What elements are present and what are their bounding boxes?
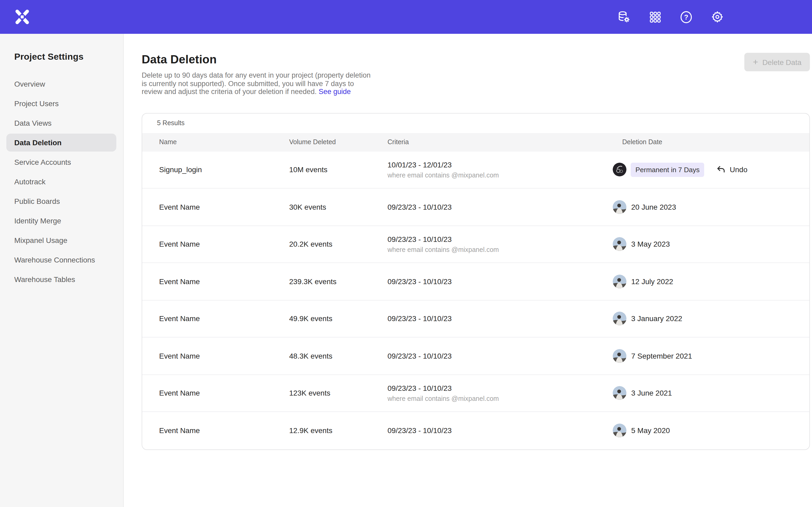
row-deletion-date: 7 September 2021 bbox=[631, 352, 692, 360]
settings-gear-icon[interactable] bbox=[711, 10, 724, 24]
user-avatar bbox=[613, 349, 626, 363]
page-title: Data Deletion bbox=[142, 53, 375, 66]
results-count: 5 Results bbox=[142, 113, 809, 133]
top-navigation-bar: ? bbox=[0, 0, 812, 34]
table-body: Signup_login 10M events 10/01/23 - 12/01… bbox=[142, 151, 809, 449]
row-event-name: Event Name bbox=[159, 352, 289, 360]
deletion-table-card: 5 Results Name Volume Deleted Criteria D… bbox=[142, 113, 810, 450]
column-header-volume: Volume Deleted bbox=[289, 138, 388, 146]
table-row: Event Name 12.9K events 09/23/23 - 10/10… bbox=[142, 412, 809, 449]
row-volume-deleted: 123K events bbox=[289, 389, 388, 397]
topbar-icon-group: ? bbox=[617, 10, 812, 24]
row-deletion-date: 12 July 2022 bbox=[631, 277, 673, 286]
row-deletion-date: 3 May 2023 bbox=[631, 240, 670, 248]
sidebar-item-identity-merge[interactable]: Identity Merge bbox=[6, 212, 116, 230]
row-criteria-daterange: 09/23/23 - 10/10/23 bbox=[388, 427, 613, 435]
table-row: Event Name 30K events 09/23/23 - 10/10/2… bbox=[142, 188, 809, 226]
table-row: Event Name 123K events 09/23/23 - 10/10/… bbox=[142, 375, 809, 412]
row-deletion-date: 3 January 2022 bbox=[631, 315, 682, 323]
row-volume-deleted: 10M events bbox=[289, 166, 388, 174]
sidebar-title: Project Settings bbox=[14, 52, 123, 62]
table-row: Signup_login 10M events 10/01/23 - 12/01… bbox=[142, 151, 809, 188]
sidebar-item-data-deletion[interactable]: Data Deletion bbox=[6, 133, 116, 152]
deleted-user-avatar bbox=[613, 163, 626, 177]
row-criteria-daterange: 09/23/23 - 10/10/23 bbox=[388, 277, 613, 286]
app-window: ? Project Settings OverviewProject Users… bbox=[0, 0, 812, 507]
table-row: Event Name 20.2K events 09/23/23 - 10/10… bbox=[142, 226, 809, 263]
column-header-deletion-date: Deletion Date bbox=[613, 138, 809, 146]
row-volume-deleted: 239.3K events bbox=[289, 277, 388, 286]
sidebar-item-mixpanel-usage[interactable]: Mixpanel Usage bbox=[6, 231, 116, 249]
apps-grid-icon[interactable] bbox=[648, 10, 662, 24]
page-description: Delete up to 90 days data for any event … bbox=[142, 71, 375, 96]
row-event-name: Event Name bbox=[159, 203, 289, 211]
data-settings-icon[interactable] bbox=[617, 10, 631, 24]
row-volume-deleted: 20.2K events bbox=[289, 240, 388, 248]
main-content: Data Deletion Delete up to 90 days data … bbox=[124, 34, 812, 507]
table-row: Event Name 49.9K events 09/23/23 - 10/10… bbox=[142, 300, 809, 337]
sidebar-item-warehouse-tables[interactable]: Warehouse Tables bbox=[6, 270, 116, 288]
sidebar-item-service-accounts[interactable]: Service Accounts bbox=[6, 153, 116, 171]
sidebar-item-warehouse-connections[interactable]: Warehouse Connections bbox=[6, 251, 116, 269]
user-avatar bbox=[613, 200, 626, 214]
sidebar-nav: OverviewProject UsersData ViewsData Dele… bbox=[0, 75, 123, 288]
row-event-name: Event Name bbox=[159, 427, 289, 435]
undo-icon bbox=[716, 165, 726, 175]
status-badge: Permanent in 7 Days bbox=[631, 163, 704, 177]
sidebar-item-public-boards[interactable]: Public Boards bbox=[6, 192, 116, 210]
table-header-row: Name Volume Deleted Criteria Deletion Da… bbox=[142, 133, 809, 151]
sidebar-item-data-views[interactable]: Data Views bbox=[6, 114, 116, 132]
row-criteria-daterange: 09/23/23 - 10/10/23 bbox=[388, 235, 613, 243]
row-deletion-date: 3 June 2021 bbox=[631, 389, 672, 397]
row-criteria-daterange: 09/23/23 - 10/10/23 bbox=[388, 315, 613, 323]
table-row: Event Name 239.3K events 09/23/23 - 10/1… bbox=[142, 263, 809, 300]
user-avatar bbox=[613, 275, 626, 288]
column-header-name: Name bbox=[159, 138, 289, 146]
svg-text:?: ? bbox=[684, 13, 688, 21]
row-event-name: Event Name bbox=[159, 277, 289, 286]
row-volume-deleted: 49.9K events bbox=[289, 315, 388, 323]
column-header-criteria: Criteria bbox=[388, 138, 613, 146]
mixpanel-logo-icon[interactable] bbox=[14, 8, 31, 25]
row-criteria-daterange: 09/23/23 - 10/10/23 bbox=[388, 384, 613, 392]
delete-data-label: Delete Data bbox=[762, 58, 801, 66]
sidebar-item-autotrack[interactable]: Autotrack bbox=[6, 173, 116, 191]
table-row: Event Name 48.3K events 09/23/23 - 10/10… bbox=[142, 337, 809, 375]
row-criteria-filter: where email contains @mixpanel.com bbox=[388, 246, 613, 253]
user-avatar bbox=[613, 424, 626, 438]
user-avatar bbox=[613, 237, 626, 251]
row-criteria-filter: where email contains @mixpanel.com bbox=[388, 395, 613, 402]
user-avatar bbox=[613, 386, 626, 400]
row-criteria-daterange: 09/23/23 - 10/10/23 bbox=[388, 203, 613, 211]
row-criteria-daterange: 10/01/23 - 12/01/23 bbox=[388, 161, 613, 169]
row-volume-deleted: 48.3K events bbox=[289, 352, 388, 360]
help-icon[interactable]: ? bbox=[679, 10, 693, 24]
see-guide-link[interactable]: See guide bbox=[318, 88, 351, 96]
row-volume-deleted: 30K events bbox=[289, 203, 388, 211]
undo-label: Undo bbox=[730, 166, 748, 174]
row-deletion-date: 5 May 2020 bbox=[631, 427, 670, 435]
row-deletion-date: 20 June 2023 bbox=[631, 203, 676, 211]
row-event-name: Signup_login bbox=[159, 166, 289, 174]
row-volume-deleted: 12.9K events bbox=[289, 427, 388, 435]
settings-sidebar: Project Settings OverviewProject UsersDa… bbox=[0, 34, 124, 507]
undo-button[interactable]: Undo bbox=[716, 165, 748, 175]
plus-icon: + bbox=[753, 58, 758, 66]
row-criteria-filter: where email contains @mixpanel.com bbox=[388, 172, 613, 179]
row-event-name: Event Name bbox=[159, 315, 289, 323]
row-event-name: Event Name bbox=[159, 389, 289, 397]
user-avatar bbox=[613, 312, 626, 326]
delete-data-button[interactable]: + Delete Data bbox=[744, 53, 810, 71]
sidebar-item-project-users[interactable]: Project Users bbox=[6, 95, 116, 112]
row-criteria-daterange: 09/23/23 - 10/10/23 bbox=[388, 352, 613, 360]
sidebar-item-overview[interactable]: Overview bbox=[6, 75, 116, 93]
page-header: Data Deletion Delete up to 90 days data … bbox=[142, 53, 810, 96]
row-event-name: Event Name bbox=[159, 240, 289, 248]
